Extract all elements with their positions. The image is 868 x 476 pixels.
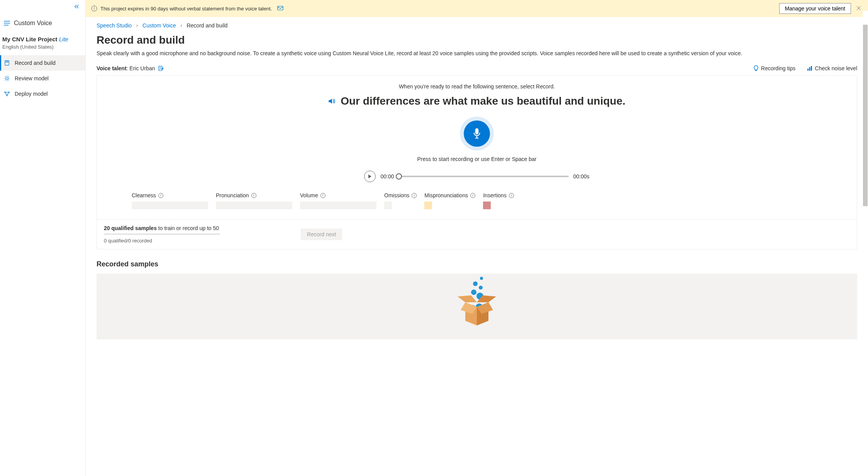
sidebar-item-review-model[interactable]: Review model bbox=[0, 71, 85, 86]
metric-bar-clearness bbox=[132, 202, 208, 209]
time-current: 00:00 bbox=[380, 173, 394, 180]
tip-label: Check noise level bbox=[815, 65, 857, 71]
svg-rect-16 bbox=[807, 69, 809, 71]
svg-point-5 bbox=[6, 77, 8, 80]
breadcrumb: Speech Studio › Custom Voice › Record an… bbox=[97, 17, 857, 34]
recorded-samples-title: Recorded samples bbox=[97, 260, 857, 268]
play-sentence-icon[interactable] bbox=[328, 98, 335, 104]
metric-label-omissions: Omissions bbox=[384, 192, 409, 198]
notification-text: This project expires in 90 days without … bbox=[100, 6, 272, 12]
metric-bar-volume bbox=[300, 202, 376, 209]
svg-point-22 bbox=[480, 277, 483, 280]
recording-instruction: When you're ready to read the following … bbox=[108, 83, 845, 90]
breadcrumb-link[interactable]: Speech Studio bbox=[97, 22, 132, 29]
mail-icon[interactable] bbox=[277, 6, 283, 12]
info-icon[interactable]: i bbox=[251, 193, 256, 198]
svg-rect-17 bbox=[809, 67, 810, 71]
project-badge: Lite bbox=[59, 36, 68, 42]
info-icon[interactable]: i bbox=[509, 193, 514, 198]
progress-suffix: to train or record up to 50 bbox=[157, 225, 219, 231]
close-notification-button[interactable] bbox=[855, 6, 863, 12]
main-content: This project expires in 90 days without … bbox=[86, 0, 868, 476]
svg-point-10 bbox=[94, 7, 95, 8]
breadcrumb-current: Record and build bbox=[186, 22, 227, 29]
sidebar-item-label: Review model bbox=[15, 75, 49, 81]
edit-voice-talent-icon[interactable] bbox=[158, 65, 164, 71]
metric-label-mispronunciations: Mispronunciations bbox=[424, 192, 468, 198]
recording-card: When you're ready to read the following … bbox=[97, 75, 857, 249]
chevron-right-icon: › bbox=[136, 23, 138, 28]
record-next-button[interactable]: Record next bbox=[301, 229, 342, 240]
metrics-row: Clearnessi Pronunciationi Volumei Omissi… bbox=[108, 192, 845, 209]
record-button[interactable] bbox=[464, 120, 490, 147]
scrollbar[interactable] bbox=[863, 11, 868, 476]
info-icon bbox=[91, 5, 97, 12]
progress-bar bbox=[104, 234, 220, 235]
app-title: Custom Voice bbox=[14, 20, 52, 27]
record-icon bbox=[4, 60, 10, 66]
progress-qualified: 20 qualified samples bbox=[104, 225, 157, 231]
sidebar: Custom Voice My CNV Lite Project Lite En… bbox=[0, 0, 86, 476]
metric-label-clearness: Clearness bbox=[132, 192, 156, 198]
record-hint: Press to start recording or use Enter or… bbox=[108, 156, 845, 162]
notification-bar: This project expires in 90 days without … bbox=[86, 0, 868, 17]
lightbulb-icon bbox=[753, 65, 759, 71]
svg-rect-18 bbox=[811, 66, 812, 71]
review-icon bbox=[4, 75, 10, 81]
recording-sentence: Our differences are what make us beautif… bbox=[341, 95, 626, 107]
bars-icon bbox=[807, 66, 812, 71]
collapse-sidebar-button[interactable] bbox=[74, 4, 79, 10]
project-name: My CNV Lite Project bbox=[2, 36, 58, 42]
project-info: My CNV Lite Project Lite English (United… bbox=[0, 32, 85, 55]
sidebar-item-label: Deploy model bbox=[15, 91, 48, 97]
metric-label-insertions: Insertions bbox=[483, 192, 507, 198]
sidebar-item-label: Record and build bbox=[15, 60, 56, 66]
metric-bar-insertions bbox=[483, 202, 491, 209]
metric-label-volume: Volume bbox=[300, 192, 318, 198]
manage-voice-talent-button[interactable]: Manage your voice talent bbox=[779, 3, 851, 14]
svg-rect-4 bbox=[6, 61, 8, 62]
mic-button-outer bbox=[460, 117, 494, 151]
info-icon[interactable]: i bbox=[412, 193, 417, 198]
info-icon[interactable]: i bbox=[320, 193, 326, 198]
svg-rect-19 bbox=[475, 128, 479, 134]
check-noise-level-link[interactable]: Check noise level bbox=[807, 65, 857, 71]
breadcrumb-link[interactable]: Custom Voice bbox=[142, 22, 176, 29]
playback-controls: 00:00 00:00s bbox=[108, 171, 845, 182]
play-button[interactable] bbox=[364, 171, 376, 182]
progress-footer: 20 qualified samples to train or record … bbox=[97, 219, 857, 249]
page-title: Record and build bbox=[97, 34, 857, 46]
menu-icon[interactable] bbox=[4, 21, 10, 25]
info-icon[interactable]: i bbox=[158, 193, 163, 198]
recording-tips-link[interactable]: Recording tips bbox=[753, 65, 796, 71]
svg-point-23 bbox=[473, 281, 478, 286]
svg-rect-12 bbox=[278, 6, 283, 10]
chevron-right-icon: › bbox=[180, 23, 182, 28]
sidebar-item-record-build[interactable]: Record and build bbox=[0, 55, 85, 71]
empty-box-illustration bbox=[454, 275, 500, 337]
metric-bar-mispronunciations bbox=[424, 202, 432, 209]
metric-bar-omissions bbox=[384, 202, 392, 209]
info-icon[interactable]: i bbox=[470, 193, 475, 198]
voice-talent-name: Eric Urban bbox=[129, 65, 155, 71]
tip-label: Recording tips bbox=[761, 65, 796, 71]
svg-point-24 bbox=[479, 286, 483, 290]
metric-bar-pronunciation bbox=[216, 202, 292, 209]
page-description: Speak clearly with a good microphone and… bbox=[97, 49, 857, 58]
sidebar-item-deploy-model[interactable]: Deploy model bbox=[0, 86, 85, 102]
svg-point-25 bbox=[471, 290, 476, 295]
project-language: English (United States) bbox=[2, 44, 83, 50]
progress-status: 0 qualified/0 recorded bbox=[104, 238, 220, 244]
time-total: 00:00s bbox=[573, 173, 590, 180]
metric-label-pronunciation: Pronunciation bbox=[216, 192, 249, 198]
empty-samples-placeholder bbox=[97, 274, 857, 339]
voice-talent-info: Voice talent: Eric Urban bbox=[97, 65, 164, 71]
playback-slider[interactable] bbox=[399, 176, 569, 177]
deploy-icon bbox=[4, 91, 10, 97]
voice-talent-label: Voice talent bbox=[97, 65, 127, 71]
